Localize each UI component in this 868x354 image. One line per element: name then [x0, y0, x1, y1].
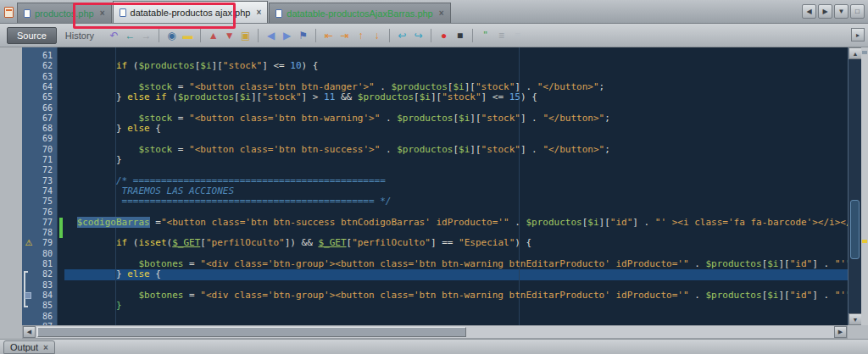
scroll-right-icon[interactable]: ▶	[834, 326, 847, 338]
current-line-highlight	[64, 269, 848, 279]
vertical-scrollbar-thumb[interactable]	[850, 200, 860, 259]
stop-macro-icon[interactable]: ■	[452, 27, 468, 43]
tab-strip: productos.php×datatable-productos ajax.p…	[17, 0, 452, 23]
tab-close-icon[interactable]: ×	[437, 8, 444, 18]
line-number[interactable]: 76	[22, 207, 53, 218]
code-line: } else {	[71, 124, 161, 134]
document-tab[interactable]: datatable-productosAjaxBarras.php×	[269, 3, 450, 23]
history-view-button[interactable]: History	[65, 30, 94, 41]
vcs-added-lines-bar	[59, 218, 63, 239]
last-edit-icon[interactable]: ↶	[106, 27, 122, 43]
scroll-tabs-left-button[interactable]: ◀	[802, 4, 816, 19]
horizontal-scrollbar-thumb[interactable]	[37, 327, 466, 337]
line-number[interactable]: 61	[22, 51, 53, 61]
code-line: $botones = "<div class='btn-group'><butt…	[71, 259, 848, 269]
jump-forward-icon[interactable]: ↪	[410, 27, 426, 43]
bottom-bar: Output ×	[0, 339, 868, 354]
toolbar-separator	[315, 29, 316, 42]
move-line-down-icon[interactable]: ↓	[369, 27, 385, 43]
shift-line-left-icon[interactable]: ⇤	[320, 27, 337, 43]
code-editor-area[interactable]: 6162 if ($productos[$i]["stock"] <= 10) …	[22, 47, 848, 325]
line-number[interactable]: 73	[22, 176, 53, 186]
output-tab-label: Output	[10, 342, 38, 352]
toolbar-separator	[258, 29, 259, 42]
php-file-icon	[275, 9, 282, 18]
insert-code-icon[interactable]: "	[477, 27, 493, 43]
line-number[interactable]: 80	[22, 249, 53, 259]
output-tab[interactable]: Output ×	[3, 340, 55, 354]
code-line: }	[71, 301, 122, 311]
editor-tab-bar: productos.php×datatable-productos ajax.p…	[0, 0, 868, 24]
line-number[interactable]: 65	[22, 92, 53, 102]
tab-list-button[interactable]: ▼	[834, 4, 849, 19]
error-stripe[interactable]	[861, 47, 868, 325]
next-occurrence-icon[interactable]: ▼	[221, 27, 237, 43]
tab-label: productos.php	[35, 8, 94, 19]
shift-line-right-icon[interactable]: ⇥	[337, 27, 353, 43]
record-macro-icon[interactable]: ●	[436, 27, 452, 43]
toolbar-overflow-icon[interactable]: ▸	[851, 28, 865, 41]
next-bookmark-icon[interactable]: ▶	[279, 27, 295, 43]
highlight-selection-icon[interactable]: ▬	[180, 27, 196, 43]
line-number[interactable]: 74	[22, 186, 53, 196]
line-number[interactable]: 62	[22, 61, 53, 71]
line-number[interactable]: 72	[22, 165, 53, 175]
toolbar-separator	[472, 29, 473, 42]
code-line: $codigoBarras ="<button class='btn btn-s…	[71, 218, 848, 228]
line-number[interactable]: 81	[22, 259, 53, 269]
tab-label: datatable-productosAjaxBarras.php	[287, 8, 432, 19]
line-number[interactable]: 75	[22, 196, 53, 207]
tab-bar-controls: ◀▶▼□	[802, 4, 865, 19]
stripe-mark[interactable]	[862, 51, 867, 54]
back-icon[interactable]: ←	[122, 27, 138, 43]
code-line: if (isset($_GET["perfilOculto"]) && $_GE…	[71, 238, 531, 248]
document-tab[interactable]: datatable-productos ajax.php×	[113, 1, 269, 23]
toolbar-separator	[159, 29, 159, 42]
vertical-scrollbar[interactable]: ▲ ▼	[848, 47, 861, 325]
stripe-warning-mark[interactable]	[862, 240, 867, 243]
line-number[interactable]: 63	[22, 72, 53, 82]
line-number[interactable]: 67	[22, 113, 53, 124]
forward-icon[interactable]: →	[138, 27, 154, 43]
line-number[interactable]: 66	[22, 103, 53, 113]
code-line: }	[71, 155, 122, 165]
prev-occurrence-icon[interactable]: ▲	[205, 27, 221, 43]
uncomment-icon[interactable]: ≡	[509, 27, 526, 43]
line-number[interactable]: 70	[22, 145, 53, 155]
code-line: } else {	[71, 269, 161, 279]
scroll-left-icon[interactable]: ◀	[23, 326, 36, 338]
jump-back-icon[interactable]: ↩	[394, 27, 410, 43]
tab-label: datatable-productos ajax.php	[131, 8, 251, 18]
code-line: $botones = "<div class='btn-group'><butt…	[71, 290, 848, 301]
tab-close-icon[interactable]: ×	[254, 8, 261, 17]
line-number[interactable]: 68	[22, 124, 53, 134]
comment-icon[interactable]: ≡	[493, 27, 509, 43]
document-tab[interactable]: productos.php×	[17, 3, 112, 23]
php-file-icon	[120, 8, 126, 17]
line-number[interactable]: 86	[22, 312, 53, 322]
toggle-bookmark-icon[interactable]: ⚑	[295, 27, 311, 43]
line-number[interactable]: 78	[22, 228, 53, 238]
horizontal-scrollbar[interactable]: ◀ ▶	[22, 325, 848, 339]
scroll-tabs-right-button[interactable]: ▶	[818, 4, 832, 19]
bookmark-glyph-icon[interactable]	[25, 292, 31, 299]
scroll-up-icon[interactable]: ▲	[849, 47, 862, 59]
code-line: $stock = "<button class='btn btn-success…	[71, 145, 610, 155]
warning-glyph-icon[interactable]: ⚠	[23, 238, 35, 248]
scroll-down-icon[interactable]: ▼	[849, 313, 862, 325]
output-close-icon[interactable]: ×	[43, 343, 48, 352]
prev-bookmark-icon[interactable]: ◀	[263, 27, 279, 43]
line-number[interactable]: 64	[22, 82, 53, 92]
toolbar-separator	[200, 29, 201, 42]
toggle-highlight-icon[interactable]: ▣	[237, 27, 253, 43]
find-selection-icon[interactable]: ◉	[164, 27, 180, 43]
move-line-up-icon[interactable]: ↑	[353, 27, 369, 43]
tab-close-icon[interactable]: ×	[98, 8, 105, 18]
maximize-window-button[interactable]: □	[850, 4, 865, 19]
code-line: ========================================…	[71, 196, 392, 207]
line-number[interactable]: 77	[22, 218, 53, 228]
line-number[interactable]: 71	[22, 155, 53, 165]
line-number[interactable]: 69	[22, 134, 53, 144]
source-view-button[interactable]: Source	[7, 27, 57, 44]
fold-bracket[interactable]	[24, 271, 28, 307]
